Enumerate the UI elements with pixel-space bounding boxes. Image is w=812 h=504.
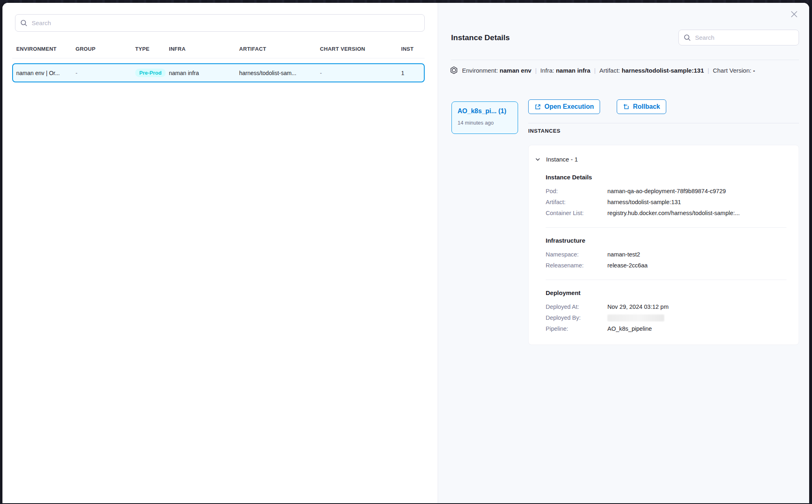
deployed-by-redacted-value [607,314,664,321]
header-divider [451,60,799,60]
instances-modal: ENVIRONMENT GROUP TYPE INFRA ARTIFACT CH… [2,3,809,503]
deploy-row-deployed-by: Deployed By: [546,312,786,323]
detail-row-artifact: Artifact: harness/todolist-sample:131 [546,197,786,208]
row-artifact: harness/todolist-sam... [239,70,320,76]
releasename-value: release-2cc6aa [607,260,648,271]
execution-card-title: AO_k8s_pi... (1) [458,108,518,115]
summary-infra-value: naman infra [556,67,590,74]
infrastructure-heading: Infrastructure [546,237,786,244]
summary-environment-value: naman env [500,67,531,74]
summary-chart-version-value: - [753,67,755,74]
search-icon [684,34,691,41]
deploy-row-pipeline: Pipeline: AO_k8s_pipeline [546,323,786,334]
instance-details-heading: Instance Details [546,174,786,181]
col-inst: INST [401,46,425,52]
infra-row-releasename: Releasename: release-2cc6aa [546,260,786,271]
execution-card-time: 14 minutes ago [458,120,518,126]
external-link-icon [534,103,541,110]
col-environment: ENVIRONMENT [16,46,76,52]
instances-card: Instance - 1 Instance Details Pod: naman… [528,145,799,345]
detail-row-container-list: Container List: registry.hub.docker.com/… [546,208,786,219]
infra-row-namespace: Namespace: naman-test2 [546,249,786,260]
instance-details-panel: Instance Details Environment: naman env|… [438,3,809,503]
instances-section-label: INSTANCES [528,128,561,134]
summary-separator: | [531,67,540,74]
environment-icon [450,66,458,74]
executions-divider [528,123,799,123]
deploy-row-deployed-at: Deployed At: Nov 29, 2024 03:12 pm [546,302,786,312]
summary-separator: | [704,67,713,74]
open-execution-label: Open Execution [544,103,594,110]
summary-infra-label: Infra: [540,67,554,74]
deployment-heading: Deployment [546,289,786,296]
section-divider [546,280,786,280]
rollback-button[interactable]: Rollback [617,99,666,114]
panel-title: Instance Details [451,33,510,42]
instance-body: Instance Details Pod: naman-qa-ao-deploy… [546,174,786,334]
deployed-at-label: Deployed At: [546,302,607,312]
rollback-icon [623,103,630,110]
instance-header-label: Instance - 1 [546,156,578,163]
pod-value: naman-qa-ao-deployment-78f9b89874-c9729 [607,186,726,197]
detail-row-pod: Pod: naman-qa-ao-deployment-78f9b89874-c… [546,186,786,197]
col-artifact: ARTIFACT [239,46,320,52]
releasename-label: Releasename: [546,260,607,271]
search-icon [20,19,28,27]
instances-search[interactable] [678,30,799,45]
environments-search[interactable] [15,14,425,32]
row-infra: naman infra [169,70,239,76]
close-icon[interactable] [789,9,799,19]
summary-chart-version-label: Chart Version: [713,67,752,74]
artifact-label: Artifact: [546,197,607,208]
summary-artifact-label: Artifact: [599,67,620,74]
open-execution-button[interactable]: Open Execution [528,99,600,114]
col-group: GROUP [76,46,135,52]
summary-environment-label: Environment: [462,67,498,74]
section-divider [546,227,786,228]
col-infra: INFRA [169,46,239,52]
col-chart-version: CHART VERSION [320,46,401,52]
table-header: ENVIRONMENT GROUP TYPE INFRA ARTIFACT CH… [16,45,425,53]
summary-separator: | [590,67,599,74]
col-type: TYPE [135,46,169,52]
container-list-label: Container List: [546,208,607,219]
row-group: - [76,70,135,76]
environment-summary: Environment: naman env|Infra: naman infr… [449,65,801,77]
namespace-label: Namespace: [546,249,607,260]
table-header-divider [12,58,425,58]
row-chart-version: - [320,70,401,76]
summary-artifact-value: harness/todolist-sample:131 [622,67,704,74]
instance-accordion-header[interactable]: Instance - 1 [535,153,786,163]
row-environment: naman env | Or... [16,70,76,76]
table-row[interactable]: naman env | Or... - Pre-Prod naman infra… [12,63,425,82]
row-inst-count: 1 [401,70,424,76]
rollback-label: Rollback [633,103,660,110]
row-type-badge: Pre-Prod [135,69,166,77]
pipeline-label: Pipeline: [546,323,607,334]
artifact-value: harness/todolist-sample:131 [607,197,681,208]
chevron-down-icon [535,156,541,162]
namespace-value: naman-test2 [607,249,640,260]
container-list-value: registry.hub.docker.com/harness/todolist… [607,208,740,219]
instances-search-input[interactable] [695,34,794,41]
pod-label: Pod: [546,186,607,197]
environments-list-panel: ENVIRONMENT GROUP TYPE INFRA ARTIFACT CH… [2,3,438,503]
deployed-at-value: Nov 29, 2024 03:12 pm [607,302,669,312]
execution-card[interactable]: AO_k8s_pi... (1) 14 minutes ago [451,101,518,134]
deployed-by-label: Deployed By: [546,312,607,323]
pipeline-value: AO_k8s_pipeline [607,323,652,334]
environments-search-input[interactable] [32,19,419,26]
